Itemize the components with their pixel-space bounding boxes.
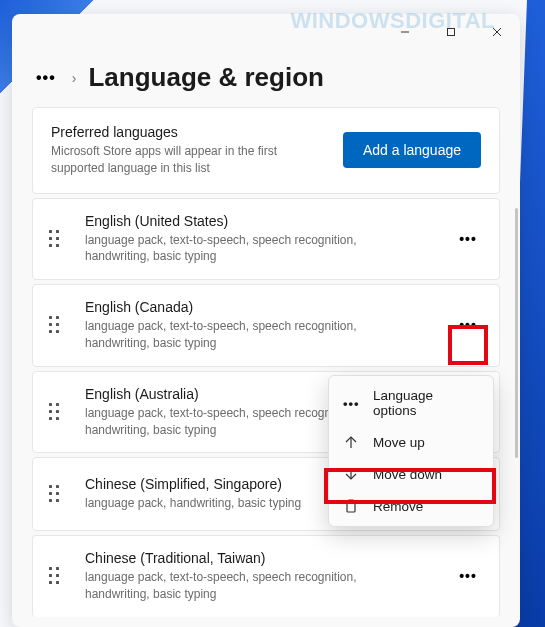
language-row[interactable]: English (United States) language pack, t… — [32, 198, 500, 281]
add-language-button[interactable]: Add a language — [343, 132, 481, 168]
language-features: language pack, text-to-speech, speech re… — [85, 318, 395, 352]
language-features: language pack, text-to-speech, speech re… — [85, 232, 395, 266]
language-name: English (Canada) — [85, 299, 453, 315]
preferred-languages-header: Preferred languages Microsoft Store apps… — [32, 107, 500, 194]
breadcrumb: ••• › Language & region — [32, 62, 500, 93]
language-features: language pack, text-to-speech, speech re… — [85, 569, 395, 603]
language-row[interactable]: Chinese (Traditional, Taiwan) language p… — [32, 535, 500, 617]
more-options-button[interactable]: ••• — [453, 561, 483, 591]
more-options-button[interactable]: ••• — [453, 224, 483, 254]
language-row[interactable]: English (Canada) language pack, text-to-… — [32, 284, 500, 367]
watermark-text: WINDOWSDIGITAL — [290, 8, 495, 34]
drag-handle-icon[interactable] — [49, 567, 67, 585]
menu-move-up[interactable]: Move up — [329, 426, 493, 458]
more-options-button[interactable]: ••• — [453, 310, 483, 340]
arrow-up-icon — [343, 434, 359, 450]
drag-handle-icon[interactable] — [49, 485, 67, 503]
drag-handle-icon[interactable] — [49, 403, 67, 421]
preferred-subtitle: Microsoft Store apps will appear in the … — [51, 143, 301, 177]
chevron-right-icon: › — [72, 70, 77, 86]
drag-handle-icon[interactable] — [49, 230, 67, 248]
menu-label: Move up — [373, 435, 425, 450]
scrollbar[interactable] — [515, 208, 518, 458]
trash-icon — [343, 498, 359, 514]
page-title: Language & region — [88, 62, 323, 93]
menu-label: Remove — [373, 499, 423, 514]
language-name: Chinese (Traditional, Taiwan) — [85, 550, 453, 566]
menu-language-options[interactable]: ••• Language options — [329, 380, 493, 426]
breadcrumb-more-icon[interactable]: ••• — [32, 67, 60, 89]
drag-handle-icon[interactable] — [49, 316, 67, 334]
preferred-title: Preferred languages — [51, 124, 343, 140]
menu-move-down[interactable]: Move down — [329, 458, 493, 490]
menu-label: Move down — [373, 467, 442, 482]
arrow-down-icon — [343, 466, 359, 482]
language-name: English (United States) — [85, 213, 453, 229]
menu-remove[interactable]: Remove — [329, 490, 493, 522]
ellipsis-icon: ••• — [343, 396, 359, 411]
settings-window: ••• › Language & region Preferred langua… — [12, 14, 520, 627]
language-context-menu: ••• Language options Move up Move down R… — [328, 375, 494, 527]
menu-label: Language options — [373, 388, 479, 418]
